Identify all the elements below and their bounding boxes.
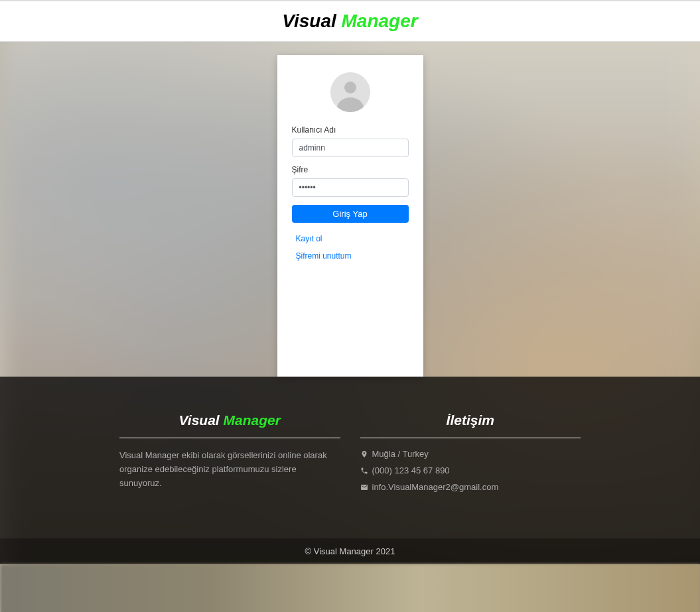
- avatar-icon: [330, 72, 370, 112]
- forgot-password-link[interactable]: Şifremi unuttum: [296, 251, 352, 261]
- phone-icon: [360, 467, 368, 475]
- password-input[interactable]: [292, 178, 409, 197]
- contact-email-row: info.VisualManager2@gmail.com: [360, 482, 581, 492]
- login-button[interactable]: Giriş Yap: [292, 205, 409, 223]
- contact-location-text: Muğla / Turkey: [372, 449, 429, 459]
- footer-brand-second: Manager: [224, 412, 281, 428]
- username-group: Kullanıcı Adı: [292, 125, 409, 157]
- footer-brand-first: Visual: [179, 412, 220, 428]
- username-input[interactable]: [292, 139, 409, 157]
- password-label: Şifre: [292, 165, 409, 174]
- footer-about-col: Visual Manager Visual Manager ekibi olar…: [119, 412, 340, 499]
- forgot-row: Şifremi unuttum: [292, 249, 409, 261]
- footer-contact-col: İletişim Muğla / Turkey (000) 123 45 67 …: [360, 412, 581, 499]
- footer-content: Visual Manager Visual Manager ekibi olar…: [0, 403, 700, 538]
- title-second-word: Manager: [342, 11, 418, 31]
- footer-brand-heading: Visual Manager: [119, 412, 340, 438]
- map-marker-icon: [360, 450, 368, 458]
- register-link[interactable]: Kayıt ol: [296, 234, 322, 243]
- contact-phone-row: (000) 123 45 67 890: [360, 465, 581, 475]
- app-title: Visual Manager: [0, 11, 700, 32]
- footer-contact-heading: İletişim: [360, 412, 581, 438]
- password-group: Şifre: [292, 165, 409, 197]
- username-label: Kullanıcı Adı: [292, 125, 409, 135]
- contact-email-text: info.VisualManager2@gmail.com: [372, 482, 499, 492]
- header-bar: Visual Manager: [0, 0, 700, 42]
- contact-phone-text: (000) 123 45 67 890: [372, 465, 450, 475]
- login-card: Kullanıcı Adı Şifre Giriş Yap Kayıt ol Ş…: [277, 55, 423, 377]
- contact-location-row: Muğla / Turkey: [360, 449, 581, 459]
- title-first-word: Visual: [282, 11, 336, 31]
- footer-about-text: Visual Manager ekibi olarak görsellerini…: [119, 449, 340, 490]
- bottom-decorative-strip: [0, 564, 700, 612]
- register-row: Kayıt ol: [292, 232, 409, 244]
- envelope-icon: [360, 483, 368, 491]
- main-content: Kullanıcı Adı Şifre Giriş Yap Kayıt ol Ş…: [0, 42, 700, 377]
- footer-copyright: © Visual Manager 2021: [0, 538, 700, 564]
- footer: Visual Manager Visual Manager ekibi olar…: [0, 377, 700, 564]
